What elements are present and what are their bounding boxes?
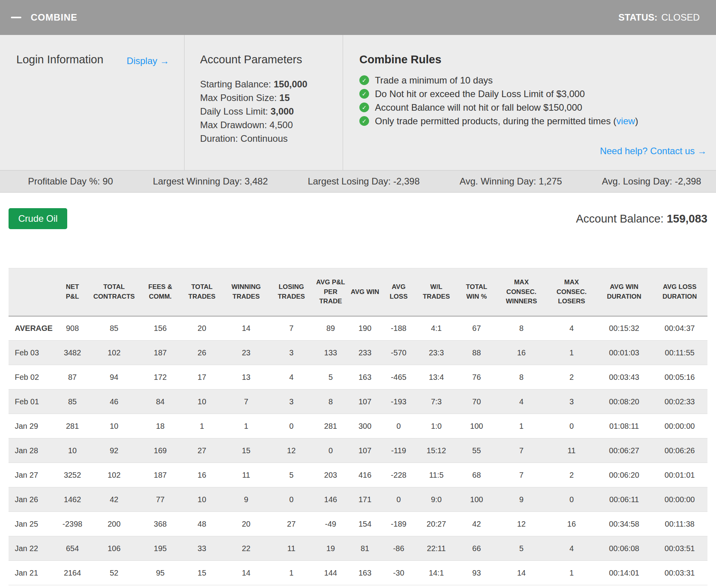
table-cell: 172 (139, 365, 181, 390)
column-header: AVG WIN (348, 268, 382, 316)
table-cell: 92 (89, 438, 139, 463)
rule-text: Only trade permitted products, during th… (375, 114, 638, 128)
column-header: NET P&L (56, 268, 89, 316)
table-cell: 4 (547, 536, 596, 561)
table-cell: 77 (139, 487, 181, 512)
table-cell: -189 (382, 512, 416, 536)
table-cell: -86 (382, 536, 416, 561)
row-label: Feb 02 (9, 365, 56, 390)
column-header: LOSING TRADES (270, 268, 313, 316)
table-cell: 76 (457, 365, 496, 390)
row-label: Jan 26 (9, 487, 56, 512)
status-badge: STATUS:CLOSED (618, 12, 700, 23)
table-cell: 102 (89, 463, 139, 487)
table-cell: 5 (313, 365, 348, 390)
display-link[interactable]: Display → (127, 56, 169, 66)
table-cell: 00:06:26 (652, 438, 707, 463)
table-cell: 4 (547, 316, 596, 341)
table-cell: 93 (457, 561, 496, 585)
table-cell: 00:11:38 (652, 512, 707, 536)
table-cell: -119 (382, 438, 416, 463)
table-cell: 9 (223, 487, 269, 512)
table-cell: 0 (547, 487, 596, 512)
table-cell: 00:34:58 (596, 512, 652, 536)
table-cell: 89 (313, 316, 348, 341)
table-cell: -30 (382, 561, 416, 585)
table-row: Jan 2614624277109014617109:01009000:06:1… (9, 487, 707, 512)
table-cell: 88 (457, 341, 496, 365)
row-label: Jan 28 (9, 438, 56, 463)
stat-avg-losing-day: Avg. Losing Day: -2,398 (602, 176, 701, 187)
contact-us-link[interactable]: Need help? Contact us → (359, 146, 707, 157)
table-row: Jan 29281101811028130001:01001001:08:110… (9, 414, 707, 438)
table-cell: 00:01:03 (596, 341, 652, 365)
stats-bar: Profitable Day %: 90 Largest Winning Day… (0, 170, 716, 193)
table-cell: 11 (223, 463, 269, 487)
table-cell: 27 (270, 512, 313, 536)
table-cell: 23:3 (416, 341, 457, 365)
crude-oil-button[interactable]: Crude Oil (9, 208, 67, 229)
table-cell: 281 (56, 414, 89, 438)
table-cell: 17 (181, 365, 223, 390)
collapse-icon[interactable] (11, 17, 21, 18)
table-cell: 12 (270, 438, 313, 463)
table-cell: -188 (382, 316, 416, 341)
table-cell: 00:14:01 (596, 561, 652, 585)
rule-text: Account Balance will not hit or fall bel… (375, 101, 582, 114)
table-cell: 0 (382, 487, 416, 512)
table-cell: 11:5 (416, 463, 457, 487)
view-link[interactable]: view (617, 116, 635, 126)
table-cell: 169 (139, 438, 181, 463)
check-icon: ✓ (359, 116, 369, 126)
table-cell: 12 (496, 512, 547, 536)
table-cell: 233 (348, 341, 382, 365)
table-cell: 16 (496, 341, 547, 365)
param-max-position-size: Max Position Size: 15 (200, 91, 335, 104)
row-label: Jan 27 (9, 463, 56, 487)
table-cell: 5 (270, 463, 313, 487)
table-cell: 144 (313, 561, 348, 585)
table-cell: 00:01:01 (652, 463, 707, 487)
daily-stats-table: NET P&LTOTAL CONTRACTSFEES & COMM.TOTAL … (9, 268, 707, 585)
table-cell: 368 (139, 512, 181, 536)
row-label: Feb 01 (9, 390, 56, 414)
table-cell: 16 (547, 512, 596, 536)
column-header: TOTAL CONTRACTS (89, 268, 139, 316)
table-cell: 7 (496, 463, 547, 487)
stat-profitable-day-pct: Profitable Day %: 90 (28, 176, 113, 187)
table-cell: 8 (496, 316, 547, 341)
column-header: AVG WIN DURATION (596, 268, 652, 316)
table-cell: 171 (348, 487, 382, 512)
table-cell: 00:00:00 (652, 414, 707, 438)
table-cell: 00:06:20 (596, 463, 652, 487)
rule-text: Do Not hit or exceed the Daily Loss Limi… (375, 87, 585, 101)
login-information-title: Login Information (16, 53, 103, 66)
table-cell: 8 (496, 365, 547, 390)
column-header: AVG LOSS DURATION (652, 268, 707, 316)
table-cell: 00:11:55 (652, 341, 707, 365)
table-cell: 281 (313, 414, 348, 438)
table-cell: 102 (89, 341, 139, 365)
column-header: W/L TRADES (416, 268, 457, 316)
titlebar: COMBINE STATUS:CLOSED (0, 0, 716, 35)
column-header: AVG P&L PER TRADE (313, 268, 348, 316)
login-information-panel: Login Information Display → (0, 35, 184, 170)
row-label: Feb 03 (9, 341, 56, 365)
table-cell: 55 (457, 438, 496, 463)
table-cell: 3 (270, 341, 313, 365)
table-cell: 42 (457, 512, 496, 536)
table-cell: 203 (313, 463, 348, 487)
table-cell: 00:03:31 (652, 561, 707, 585)
table-cell: 107 (348, 438, 382, 463)
table-cell: 00:04:37 (652, 316, 707, 341)
table-row: Jan 2810921692715120107-11915:125571100:… (9, 438, 707, 463)
table-cell: -193 (382, 390, 416, 414)
combine-rules-panel: Combine Rules ✓ Trade a minimum of 10 da… (343, 35, 716, 170)
table-cell: 00:15:32 (596, 316, 652, 341)
table-head-row: NET P&LTOTAL CONTRACTSFEES & COMM.TOTAL … (9, 268, 707, 316)
table-cell: 100 (457, 414, 496, 438)
table-cell: 23 (223, 341, 269, 365)
table-cell: 11 (547, 438, 596, 463)
account-balance-label: Account Balance: (576, 212, 664, 225)
table-cell: 7 (496, 438, 547, 463)
